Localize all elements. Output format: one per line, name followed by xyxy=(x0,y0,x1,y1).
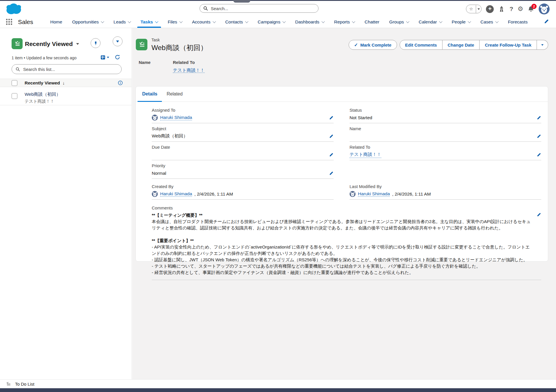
nav-item-calendar[interactable]: Calendar xyxy=(414,16,447,28)
chevron-down-icon[interactable] xyxy=(128,20,131,23)
record-header: Task Web商談（初回） ✓ Mark Complete Edit Comm… xyxy=(136,38,548,73)
related-to-link[interactable]: テスト商談！！ xyxy=(173,68,205,73)
edit-pencil-icon[interactable] xyxy=(329,134,334,138)
chevron-down-icon[interactable] xyxy=(245,20,248,23)
list-item[interactable]: Web商談（初回） テスト商談！！ xyxy=(0,87,131,105)
create-follow-up-task-button[interactable]: Create Follow-Up Task xyxy=(480,40,537,50)
nav-item-opportunities[interactable]: Opportunities xyxy=(67,16,109,28)
comments-line: - 経営状況の共有として、事業計画の策定やファイナンス（資金調達・融資）に向けた… xyxy=(152,269,541,276)
notification-badge: 2 xyxy=(531,4,537,9)
nav-item-tasks[interactable]: Tasks xyxy=(136,16,163,28)
list-search-input[interactable] xyxy=(23,67,118,72)
priority-value: Normal xyxy=(152,171,166,176)
tab-related[interactable]: Related xyxy=(162,87,187,102)
edit-comments-button[interactable]: Edit Comments xyxy=(400,40,442,50)
list-meta-text: 1 item • Updated a few seconds ago xyxy=(12,56,76,60)
edit-pencil-icon[interactable] xyxy=(329,152,334,157)
global-search-input[interactable] xyxy=(210,6,315,11)
record-tabs: Details Related xyxy=(136,87,548,102)
nav-item-people[interactable]: People xyxy=(447,16,475,28)
nav-item-cases[interactable]: Cases xyxy=(475,16,503,28)
nav-item-files[interactable]: Files xyxy=(163,16,187,28)
user-avatar[interactable] xyxy=(539,3,550,14)
refresh-icon[interactable] xyxy=(115,54,120,60)
list-search[interactable] xyxy=(12,64,122,74)
edit-pencil-icon[interactable] xyxy=(537,212,541,217)
avatar xyxy=(152,191,158,197)
nav-item-accounts[interactable]: Accounts xyxy=(187,16,220,28)
favorites-caret-icon[interactable] xyxy=(476,8,481,10)
nav-item-leads[interactable]: Leads xyxy=(109,16,136,28)
app-name[interactable]: Sales xyxy=(18,19,33,25)
assigned-to-link[interactable]: Haruki Shimada xyxy=(160,115,192,120)
window-drag-notch xyxy=(233,0,250,3)
nav-item-reports[interactable]: Reports xyxy=(329,16,360,28)
list-view-title[interactable]: Recently Viewed xyxy=(25,41,73,47)
nav-item-chatter[interactable]: Chatter xyxy=(360,16,384,28)
related-to-link[interactable]: テスト商談！！ xyxy=(350,152,381,158)
chevron-down-icon[interactable] xyxy=(283,20,286,23)
list-view-controls-button[interactable] xyxy=(113,36,122,46)
edit-pencil-icon[interactable] xyxy=(329,115,334,120)
display-as-button[interactable] xyxy=(100,55,109,60)
global-actions-button[interactable]: + xyxy=(486,5,494,13)
pin-list-button[interactable] xyxy=(91,38,100,48)
to-do-list-label[interactable]: To Do List xyxy=(15,382,34,387)
tab-details[interactable]: Details xyxy=(138,87,162,102)
task-record-icon xyxy=(136,39,147,50)
notifications-button[interactable]: 2 xyxy=(528,6,534,12)
bottom-strip xyxy=(0,388,556,392)
record-detail-card: Details Related Assigned To Haruki Shima… xyxy=(136,86,548,262)
created-datetime: , 2/4/2026, 1:11 AM xyxy=(194,192,233,197)
edit-pencil-icon[interactable] xyxy=(537,134,541,138)
setup-gear-icon[interactable]: ⚙ xyxy=(517,5,523,13)
chevron-down-icon[interactable] xyxy=(321,20,325,23)
chevron-down-icon[interactable] xyxy=(101,20,104,23)
avatar xyxy=(350,191,356,197)
comments-line: - API実装の安全性向上のため、フロントエンドの`activeOrganiza… xyxy=(152,244,541,257)
chevron-down-icon[interactable] xyxy=(213,20,216,23)
favorites-button[interactable]: ☆ xyxy=(466,5,482,13)
guidance-center-icon[interactable] xyxy=(498,5,505,12)
info-icon[interactable] xyxy=(118,80,123,85)
created-by-link[interactable]: Haruki Shimada xyxy=(160,191,192,197)
column-header-label[interactable]: Recently Viewed xyxy=(25,80,60,86)
field-assigned-to: Assigned To Haruki Shimada xyxy=(152,108,334,123)
chevron-down-icon xyxy=(107,57,109,58)
nav-item-campaigns[interactable]: Campaigns xyxy=(253,16,290,28)
sort-descending-icon[interactable]: ↓ xyxy=(63,80,65,85)
chevron-down-icon[interactable] xyxy=(468,20,471,23)
list-item-title[interactable]: Web商談（初回） xyxy=(25,91,61,97)
more-actions-button[interactable] xyxy=(537,40,548,50)
chevron-down-icon[interactable] xyxy=(179,20,182,23)
select-all-checkbox[interactable] xyxy=(12,80,17,86)
edit-navigation-pencil-icon[interactable] xyxy=(544,19,549,24)
chevron-down-icon[interactable] xyxy=(352,20,355,23)
app-launcher-icon[interactable] xyxy=(6,19,12,25)
nav-item-home[interactable]: Home xyxy=(45,16,67,28)
help-icon[interactable]: ? xyxy=(509,5,513,12)
pin-icon xyxy=(94,41,98,45)
nav-item-groups[interactable]: Groups xyxy=(384,16,414,28)
nav-item-contacts[interactable]: Contacts xyxy=(220,16,253,28)
row-checkbox[interactable] xyxy=(12,93,17,99)
nav-item-dashboards[interactable]: Dashboards xyxy=(290,16,329,28)
star-icon: ☆ xyxy=(466,5,476,13)
highlight-name-label: Name xyxy=(139,60,167,65)
change-date-button[interactable]: Change Date xyxy=(442,40,480,50)
edit-pencil-icon[interactable] xyxy=(537,152,541,157)
mark-complete-button[interactable]: ✓ Mark Complete xyxy=(349,40,397,50)
chevron-down-icon[interactable] xyxy=(155,20,158,23)
edit-pencil-icon[interactable] xyxy=(537,115,541,120)
edit-pencil-icon[interactable] xyxy=(329,171,334,175)
chevron-down-icon[interactable] xyxy=(495,20,498,23)
record-actions: ✓ Mark Complete Edit Comments Change Dat… xyxy=(349,40,548,50)
nav-item-forecasts[interactable]: Forecasts xyxy=(503,16,533,28)
global-search[interactable] xyxy=(200,4,319,13)
table-icon xyxy=(100,55,105,60)
last-modified-by-link[interactable]: Haruki Shimada xyxy=(358,191,390,197)
list-view-selector-caret-icon[interactable] xyxy=(76,43,79,45)
chevron-down-icon[interactable] xyxy=(439,20,442,23)
chevron-down-icon[interactable] xyxy=(406,20,409,23)
list-item-subtitle: テスト商談！！ xyxy=(25,99,61,104)
